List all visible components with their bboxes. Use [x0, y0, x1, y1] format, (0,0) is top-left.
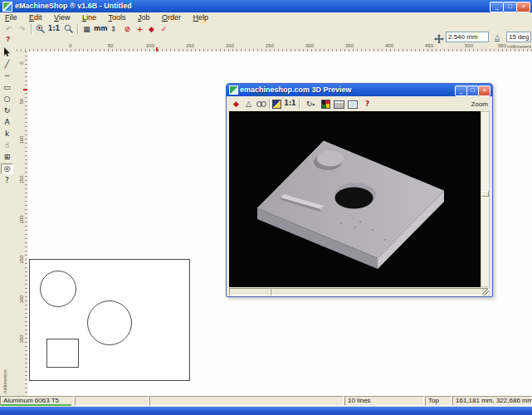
preview-toolbar: ◆ △ 1:1 ↻▾ ? Zoom	[227, 96, 491, 111]
preview-maximize-button[interactable]: □	[466, 85, 479, 96]
check-design-icon[interactable]: ⊘	[121, 24, 134, 34]
pick-tool[interactable]: k	[1, 129, 13, 139]
line-tool[interactable]: ╱	[1, 59, 13, 70]
v-ruler-label: 0	[19, 55, 25, 65]
v-ruler-label: 300	[19, 294, 25, 304]
menu-view[interactable]: View	[49, 12, 75, 22]
preview-close-button[interactable]: ×	[478, 85, 491, 96]
boss-top	[317, 151, 344, 167]
v-ruler-label: 150	[19, 174, 25, 184]
h-ruler-label: 150	[186, 43, 194, 48]
preview-price-diamond-icon[interactable]: ◆	[230, 99, 242, 109]
menu-line[interactable]: Line	[77, 12, 101, 22]
app-icon	[2, 2, 12, 12]
h-ruler-label: 500	[465, 43, 473, 48]
menu-file[interactable]: File	[0, 12, 22, 22]
preview-gears-icon[interactable]	[255, 99, 267, 109]
h-ruler-label: 400	[385, 43, 393, 48]
preview-zoom-1to1-icon[interactable]: 1:1	[284, 99, 296, 109]
preview-snapshot-icon[interactable]	[348, 100, 358, 109]
preview-status-pane-1	[229, 288, 271, 295]
status-pane-2	[75, 396, 149, 406]
drawing[interactable]	[29, 259, 192, 382]
preview-background-color-icon[interactable]	[272, 100, 281, 109]
zoom-slider-track[interactable]	[481, 111, 490, 287]
text-tool[interactable]: A	[1, 117, 13, 128]
menu-help[interactable]: Help	[188, 12, 214, 22]
minimize-button[interactable]: _	[490, 2, 504, 12]
v-ruler-label: 350	[19, 334, 25, 344]
v-ruler-label: 100	[19, 134, 25, 144]
angle-step-icon: △	[495, 33, 500, 42]
context-help-button[interactable]: ?	[2, 35, 13, 44]
v-ruler-unit: millimeters	[2, 357, 7, 393]
h-ruler-label: 350	[345, 43, 354, 48]
curve-tool[interactable]: ∼	[1, 71, 13, 81]
preview-colors-icon[interactable]	[321, 100, 330, 109]
order-check-icon[interactable]: ✓	[158, 24, 170, 34]
pan-hand-tool[interactable]: ☝	[1, 140, 13, 151]
material-indicator-strip	[1, 404, 71, 406]
h-ruler-label: 50	[108, 43, 114, 48]
preview-help-icon[interactable]: ?	[361, 99, 373, 109]
move-step-input[interactable]	[446, 32, 489, 42]
menu-edit[interactable]: Edit	[24, 12, 47, 22]
taskbar-sliver	[0, 407, 532, 415]
redo-icon[interactable]: ↷	[16, 24, 28, 34]
window-title: eMachineShop ® v1.6B - Untitled	[15, 2, 132, 10]
zoom-region-icon[interactable]	[62, 24, 75, 34]
status-coordinates: 161,181 mm, 322,686 mm	[452, 396, 532, 406]
h-ruler-label: 0	[69, 43, 71, 48]
menu-bar: File Edit View Line Tools Job Order Help	[0, 12, 532, 23]
zoom-1to1-icon[interactable]: 1:1	[47, 24, 61, 34]
part-outline-rect[interactable]	[30, 260, 190, 381]
maximize-button[interactable]: □	[503, 2, 517, 12]
zoom-slider-label: Zoom	[471, 100, 488, 108]
circle-tool[interactable]: ○	[1, 94, 13, 105]
v-ruler-label: 50	[19, 95, 25, 105]
menu-order[interactable]: Order	[157, 12, 186, 22]
measure-icon[interactable]: ⇕	[107, 24, 120, 34]
status-pane-3	[149, 396, 344, 406]
preview-pyramid-icon[interactable]: △	[242, 99, 255, 109]
preview-3d-viewport[interactable]	[229, 111, 481, 287]
close-button[interactable]: ×	[516, 2, 530, 12]
rectangle-tool[interactable]: ▭	[1, 82, 13, 93]
hole-dark	[335, 188, 373, 209]
preview-status-pane-2	[271, 288, 489, 295]
price-diamond-icon[interactable]: ◆	[145, 24, 158, 34]
add-feature-icon[interactable]: +	[134, 24, 146, 34]
select-tool[interactable]	[1, 47, 13, 58]
units-icon[interactable]: mm	[94, 24, 106, 34]
v-ruler-label: 200	[19, 214, 25, 224]
preview-minimize-button[interactable]: _	[455, 85, 467, 96]
undo-icon[interactable]: ↶	[2, 24, 15, 34]
main-toolbar: ↶ ↷ 1:1 ▦ mm ⇕ ⊘ + ◆ ✓ ? △	[0, 23, 532, 43]
preview-title-bar: emachineshop.com 3D Preview _ □ ×	[227, 84, 492, 96]
menu-job[interactable]: Job	[133, 12, 155, 22]
preview-print-icon[interactable]	[334, 100, 344, 109]
grid-snap-tool[interactable]: ⊞	[1, 152, 13, 163]
preview-resize-grip[interactable]	[482, 289, 489, 295]
h-ruler-unit: millimeters	[507, 44, 531, 49]
preview-window-title: emachineshop.com 3D Preview	[240, 85, 352, 94]
zoom-slider-thumb[interactable]	[481, 191, 489, 197]
application-window: eMachineShop ® v1.6B - Untitled _ □ × Fi…	[0, 0, 532, 415]
zoom-window-tool[interactable]: ◎	[1, 164, 13, 174]
rotate-tool[interactable]: ↻	[1, 105, 13, 116]
h-ruler-label: 300	[305, 43, 314, 48]
menu-tools[interactable]: Tools	[104, 12, 131, 22]
h-ruler-label: 250	[266, 43, 274, 48]
horizontal-ruler: 0 50 100 150 200 250 300 350 400 450 500…	[17, 43, 532, 51]
tool-help-button[interactable]: ?	[1, 175, 13, 186]
preview-window: emachineshop.com 3D Preview _ □ × ◆ △ 1:…	[226, 83, 493, 297]
angle-step-input[interactable]	[506, 32, 531, 42]
status-view-name: Top	[425, 396, 451, 406]
vertical-ruler: 0 50 100 150 200 250 300 350	[17, 51, 28, 396]
preview-rotate-icon[interactable]: ↻▾	[302, 99, 319, 109]
chevron-down-icon: ▾	[312, 101, 315, 107]
zoom-in-icon[interactable]	[34, 24, 46, 34]
preferences-icon[interactable]: ▦	[81, 24, 93, 34]
status-line-count: 10 lines	[344, 396, 424, 406]
h-ruler-label: 100	[146, 43, 154, 48]
